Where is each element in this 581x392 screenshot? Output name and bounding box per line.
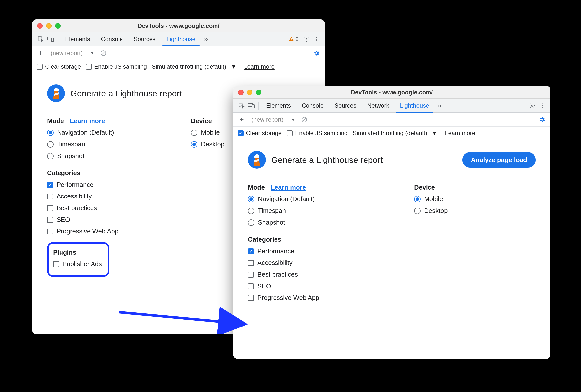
clear-storage-checkbox[interactable]: Clear storage xyxy=(37,63,81,70)
device-toolbar-icon[interactable] xyxy=(246,101,256,111)
report-dropdown[interactable]: (new report) ▾ xyxy=(48,50,95,56)
minimize-icon[interactable] xyxy=(247,90,252,95)
category-best-practices[interactable]: Best practices xyxy=(47,204,151,212)
more-tabs-icon[interactable]: » xyxy=(201,34,211,44)
clear-storage-label: Clear storage xyxy=(45,63,81,70)
clear-icon[interactable] xyxy=(299,114,309,124)
mode-option-timespan[interactable]: Timespan xyxy=(47,140,151,148)
category-pwa[interactable]: Progressive Web App xyxy=(248,294,352,302)
device-option-mobile[interactable]: Mobile xyxy=(414,195,448,203)
svg-point-16 xyxy=(542,107,543,108)
zoom-icon[interactable] xyxy=(256,90,261,95)
tab-sources[interactable]: Sources xyxy=(128,32,161,46)
device-column: Device Mobile Desktop xyxy=(191,113,224,277)
lighthouse-settings-icon[interactable] xyxy=(311,48,321,58)
options-bar: Clear storage Enable JS sampling Simulat… xyxy=(32,60,325,74)
device-option-desktop[interactable]: Desktop xyxy=(414,207,448,214)
svg-point-6 xyxy=(316,37,317,38)
inspect-icon[interactable] xyxy=(237,101,246,111)
lighthouse-settings-icon[interactable] xyxy=(537,114,547,124)
chevron-down-icon: ▼ xyxy=(231,63,237,70)
new-report-icon[interactable]: + xyxy=(36,48,46,58)
svg-point-8 xyxy=(316,40,317,42)
category-best-practices[interactable]: Best practices xyxy=(248,271,352,278)
report-toolbar: + (new report) ▾ xyxy=(233,113,551,126)
svg-point-13 xyxy=(532,105,533,106)
svg-point-7 xyxy=(316,39,317,40)
zoom-icon[interactable] xyxy=(55,23,60,28)
window-title: DevTools - www.google.com/ xyxy=(32,22,325,29)
mode-learn-more-link[interactable]: Learn more xyxy=(271,184,306,191)
device-option-desktop[interactable]: Desktop xyxy=(191,140,224,148)
close-icon[interactable] xyxy=(238,90,243,95)
throttling-dropdown[interactable]: Simulated throttling (default) ▼ xyxy=(152,63,239,70)
settings-icon[interactable] xyxy=(302,34,311,44)
tab-elements[interactable]: Elements xyxy=(261,99,296,113)
category-performance[interactable]: Performance xyxy=(248,247,352,255)
category-seo[interactable]: SEO xyxy=(248,282,352,290)
device-toolbar-icon[interactable] xyxy=(46,34,55,44)
device-option-mobile[interactable]: Mobile xyxy=(191,129,224,136)
plugins-highlight-box: Plugins Publisher Ads xyxy=(47,242,109,277)
tab-sources[interactable]: Sources xyxy=(329,99,362,113)
mode-option-snapshot[interactable]: Snapshot xyxy=(47,152,151,160)
throttling-label: Simulated throttling (default) xyxy=(152,63,226,70)
report-dropdown-label: (new report) xyxy=(251,116,283,123)
mode-option-timespan[interactable]: Timespan xyxy=(248,207,352,214)
lighthouse-logo-icon xyxy=(248,151,266,169)
analyze-button[interactable]: Analyze page load xyxy=(463,152,536,168)
category-accessibility[interactable]: Accessibility xyxy=(47,192,151,200)
titlebar: DevTools - www.google.com/ xyxy=(32,19,325,32)
close-icon[interactable] xyxy=(37,23,43,28)
learn-more-link[interactable]: Learn more xyxy=(445,130,475,137)
mode-option-navigation[interactable]: Navigation (Default) xyxy=(47,129,151,136)
mode-heading: Mode xyxy=(47,117,64,125)
chevron-down-icon: ▾ xyxy=(91,50,93,56)
traffic-lights xyxy=(32,23,60,28)
tab-lighthouse[interactable]: Lighthouse xyxy=(395,99,435,113)
kebab-menu-icon[interactable] xyxy=(311,34,321,44)
svg-point-5 xyxy=(306,38,307,40)
category-accessibility[interactable]: Accessibility xyxy=(248,259,352,267)
tab-console[interactable]: Console xyxy=(296,99,329,113)
window-title: DevTools - www.google.com/ xyxy=(233,89,551,96)
inspect-icon[interactable] xyxy=(36,34,46,44)
mode-heading: Mode xyxy=(248,184,265,191)
tab-lighthouse[interactable]: Lighthouse xyxy=(161,32,201,46)
tab-console[interactable]: Console xyxy=(95,32,128,46)
clear-icon[interactable] xyxy=(98,48,108,58)
kebab-menu-icon[interactable] xyxy=(537,101,547,111)
mode-option-snapshot[interactable]: Snapshot xyxy=(248,218,352,226)
enable-js-checkbox[interactable]: Enable JS sampling xyxy=(287,130,348,137)
more-tabs-icon[interactable]: » xyxy=(435,101,445,111)
minimize-icon[interactable] xyxy=(46,23,51,28)
mode-learn-more-link[interactable]: Learn more xyxy=(70,117,105,125)
category-seo[interactable]: SEO xyxy=(47,216,151,224)
enable-js-checkbox[interactable]: Enable JS sampling xyxy=(86,63,147,70)
report-toolbar: + (new report) ▾ xyxy=(32,46,325,60)
options-bar: Clear storage Enable JS sampling Simulat… xyxy=(233,126,551,140)
device-column: Device Mobile Desktop xyxy=(414,179,448,306)
device-heading: Device xyxy=(191,117,212,125)
category-performance[interactable]: Performance xyxy=(47,181,151,188)
chevron-down-icon: ▾ xyxy=(292,116,294,122)
report-dropdown[interactable]: (new report) ▾ xyxy=(249,116,296,123)
warning-badge[interactable]: 2 xyxy=(289,36,299,42)
learn-more-link[interactable]: Learn more xyxy=(244,63,274,70)
plugins-heading: Plugins xyxy=(53,248,76,256)
new-report-icon[interactable]: + xyxy=(237,114,246,124)
devtools-window-after: DevTools - www.google.com/ Elements Cons… xyxy=(233,86,551,359)
lighthouse-logo-icon xyxy=(47,84,65,102)
warning-icon xyxy=(289,36,294,42)
category-pwa[interactable]: Progressive Web App xyxy=(47,228,151,235)
enable-js-label: Enable JS sampling xyxy=(295,130,348,137)
tab-network[interactable]: Network xyxy=(362,99,395,113)
throttling-label: Simulated throttling (default) xyxy=(353,130,427,137)
chevron-down-icon: ▼ xyxy=(432,130,437,137)
throttling-dropdown[interactable]: Simulated throttling (default) ▼ xyxy=(353,130,440,137)
mode-option-navigation[interactable]: Navigation (Default) xyxy=(248,195,352,203)
plugin-publisher-ads[interactable]: Publisher Ads xyxy=(53,260,102,268)
clear-storage-checkbox[interactable]: Clear storage xyxy=(238,130,282,137)
tab-elements[interactable]: Elements xyxy=(60,32,95,46)
settings-icon[interactable] xyxy=(527,101,537,111)
